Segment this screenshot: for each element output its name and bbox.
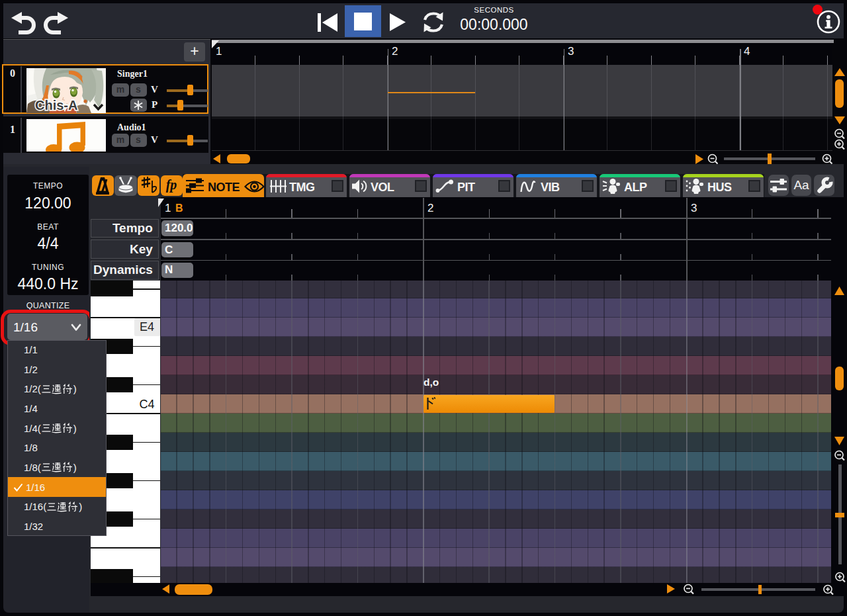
svg-text:Chis-A: Chis-A [35,98,77,112]
